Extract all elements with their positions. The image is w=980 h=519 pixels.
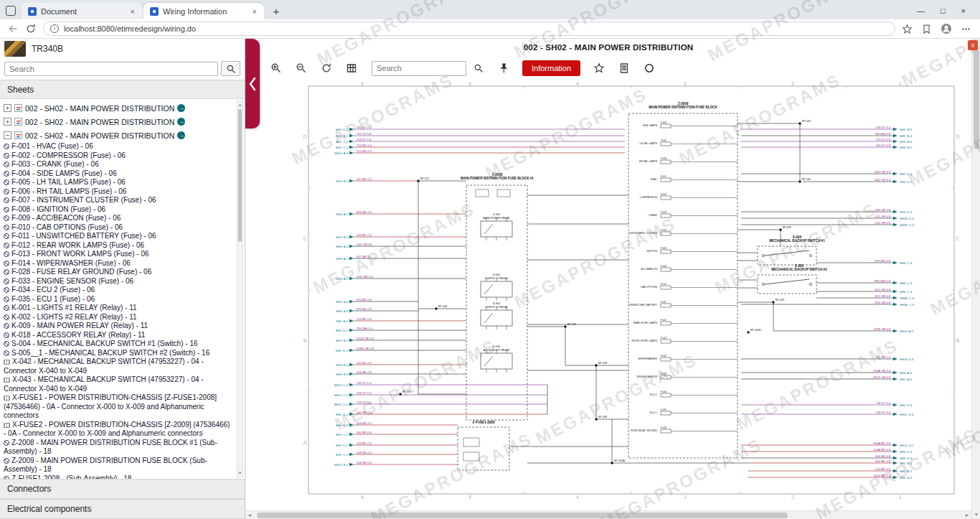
component-list-item[interactable]: F-006 - RH TAIL LAMPS (Fuse) - 06 — [4, 187, 233, 197]
component-list-item[interactable]: S-004 - MECHANICAL BACKUP SWITCH #1 (Swi… — [4, 340, 233, 349]
component-list-item[interactable]: K-002 - LIGHTS #2 RELAY (Relay) - 11 — [4, 313, 233, 322]
vertical-scroll-thumb[interactable] — [974, 49, 979, 149]
component-list-item[interactable]: K-001 - LIGHTS #1 RELAY (Relay) - 11 — [4, 304, 233, 313]
component-label[interactable]: X-FUSE1 - POWER DISTRIBUTION-CHASSIS [Z-… — [4, 393, 217, 419]
pin-button[interactable] — [494, 59, 513, 78]
component-label[interactable]: F-014 - WIPER/WASHER (Fuse) - 06 — [11, 259, 131, 267]
browser-tab[interactable]: Document × — [22, 3, 142, 19]
tab-close-icon[interactable]: × — [130, 7, 136, 16]
tree-scrollbar[interactable] — [237, 100, 243, 477]
component-list-item[interactable]: Z-2008 - MAIN POWER DISTRIBUTION FUSE BL… — [4, 439, 233, 457]
scroll-right-icon[interactable] — [963, 511, 971, 519]
component-list-item[interactable]: F-012 - REAR WORK LAMPS (Fuse) - 06 — [4, 241, 233, 251]
component-label[interactable]: X-042 - MECHANICAL BACKUP SWITCH (479532… — [4, 357, 204, 375]
expander-icon[interactable]: − — [4, 131, 11, 139]
component-label[interactable]: F-006 - RH TAIL LAMPS (Fuse) - 06 — [11, 187, 126, 195]
component-list-item[interactable]: F-001 - HVAC (Fuse) - 06 — [4, 142, 233, 151]
scroll-down-icon[interactable] — [972, 510, 980, 519]
component-label[interactable]: S-004 - MECHANICAL BACKUP SWITCH #1 (Swi… — [11, 340, 198, 347]
back-icon[interactable] — [7, 23, 19, 34]
component-list-item[interactable]: K-009 - MAIN POWER RELAY (Relay) - 11 — [4, 322, 233, 331]
component-label[interactable]: F-003 - CRANK (Fuse) - 06 — [11, 160, 99, 168]
scroll-left-icon[interactable] — [245, 511, 254, 519]
component-label[interactable]: F-009 - ACC/BEACON (Fuse) - 06 — [11, 214, 121, 222]
diagram-canvas[interactable]: 665544332211DDCCBBAASH2: D-1792 VT 2.0SH… — [245, 80, 971, 510]
component-label[interactable]: F-007 - INSTRUMENT CLUSTER (Fuse) - 06 — [11, 196, 156, 204]
reload-icon[interactable] — [25, 23, 37, 34]
vertical-scrollbar[interactable] — [971, 39, 980, 519]
component-list-item[interactable]: X-043 - MECHANICAL BACKUP SWITCH (479532… — [4, 375, 233, 393]
component-label[interactable]: K-018 - ACCESSORY RELAY (Relay) - 11 — [11, 331, 145, 339]
zoom-out-button[interactable] — [292, 59, 311, 78]
component-list-item[interactable]: Z-2009 - MAIN POWER DISTRIBUTION FUSE BL… — [4, 457, 233, 474]
sheet-row[interactable]: − 002 - SH02 - MAIN POWER DISTRIBUTION — [4, 128, 233, 142]
horizontal-scrollbar[interactable] — [245, 510, 971, 519]
bookmark-star-icon[interactable] — [902, 24, 913, 34]
component-label[interactable]: F-013 - FRONT WORK LAMPS (Fuse) - 06 — [11, 250, 149, 258]
favorite-star-button[interactable] — [590, 59, 608, 78]
component-label[interactable]: F-005 - LH TAIL LAMPS (Fuse) - 06 — [11, 178, 126, 186]
component-label[interactable]: F-008 - IGNITION (Fuse) - 06 — [11, 205, 105, 213]
component-list-item[interactable]: F-014 - WIPER/WASHER (Fuse) - 06 — [4, 259, 233, 268]
close-viewer-button[interactable]: x — [968, 40, 978, 50]
url-bar[interactable]: localhost:8080/etimredesign/wiring.do — [43, 22, 895, 36]
sheet-label[interactable]: 002 - SH02 - MAIN POWER DISTRIBUTION — [25, 104, 174, 113]
report-button[interactable] — [615, 59, 633, 78]
component-label[interactable]: F-001 - HVAC (Fuse) - 06 — [11, 142, 93, 150]
sidebar-collapse-handle[interactable] — [245, 39, 260, 128]
component-list-item[interactable]: F-004 - SIDE LAMPS (Fuse) - 06 — [4, 169, 233, 179]
component-list-item[interactable]: X-042 - MECHANICAL BACKUP SWITCH (479532… — [4, 357, 233, 375]
sheet-label[interactable]: 002 - SH02 - MAIN POWER DISTRIBUTION — [25, 131, 174, 140]
wiring-diagram[interactable]: 665544332211DDCCBBAASH2: D-1792 VT 2.0SH… — [260, 80, 963, 504]
component-label[interactable]: Z-2009 - MAIN POWER DISTRIBUTION FUSE BL… — [4, 457, 207, 474]
component-list-item[interactable]: K-018 - ACCESSORY RELAY (Relay) - 11 — [4, 331, 233, 340]
expander-icon[interactable]: + — [4, 104, 11, 112]
component-list-item[interactable]: F-009 - ACC/BEACON (Fuse) - 06 — [4, 214, 233, 223]
window-close-button[interactable]: × — [961, 6, 966, 15]
component-label[interactable]: Z-FUSE1-2008 - (Sub-Assembly) - 18 — [11, 474, 131, 480]
diagram-search-input[interactable] — [372, 61, 466, 76]
maximize-button[interactable]: □ — [941, 6, 946, 15]
sheet-label[interactable]: 002 - SH02 - MAIN POWER DISTRIBUTION — [25, 118, 174, 126]
sheet-row[interactable]: + 002 - SH02 - MAIN POWER DISTRIBUTION — [4, 101, 233, 115]
component-label[interactable]: F-011 - UNSWITCHED BATTERY (Fuse) - 06 — [11, 232, 156, 240]
minimize-button[interactable]: — — [917, 6, 925, 15]
component-list-item[interactable]: F-008 - IGNITION (Fuse) - 06 — [4, 205, 233, 215]
open-sheet-icon[interactable] — [177, 104, 185, 112]
open-sheet-icon[interactable] — [177, 118, 185, 126]
tree-scroll-thumb[interactable] — [238, 109, 242, 242]
component-label[interactable]: F-012 - REAR WORK LAMPS (Fuse) - 06 — [11, 241, 144, 249]
diagram-search-button[interactable] — [469, 59, 488, 78]
component-label[interactable]: F-028 - FUSE RELAY GROUND (Fuse) - 06 — [11, 268, 151, 276]
component-label[interactable]: F-010 - CAB OPTIONS (Fuse) - 06 — [11, 223, 123, 231]
component-label[interactable]: S-005__1 - MECHANICAL BACKUP SWITCH #2 (… — [11, 349, 209, 357]
component-label[interactable]: F-034 - ECU 2 (Fuse) - 06 — [11, 286, 95, 294]
tab-close-icon[interactable]: × — [252, 7, 258, 16]
tree-scroll-up-icon[interactable] — [237, 102, 242, 108]
component-list-item[interactable]: F-035 - ECU 1 (Fuse) - 06 — [4, 295, 233, 304]
component-list-item[interactable]: F-010 - CAB OPTIONS (Fuse) - 06 — [4, 223, 233, 233]
information-button[interactable]: Information — [522, 60, 580, 76]
component-list-item[interactable]: F-013 - FRONT WORK LAMPS (Fuse) - 06 — [4, 250, 233, 259]
component-label[interactable]: Z-2008 - MAIN POWER DISTRIBUTION FUSE BL… — [4, 439, 217, 456]
component-list-item[interactable]: Z-FUSE1-2008 - (Sub-Assembly) - 18 — [4, 474, 233, 480]
ring-button[interactable] — [640, 59, 659, 78]
zoom-in-button[interactable] — [267, 59, 286, 78]
collections-icon[interactable] — [921, 24, 932, 34]
site-info-icon[interactable] — [50, 24, 59, 33]
sidebar-search-button[interactable] — [221, 61, 240, 76]
component-list-item[interactable]: X-FUSE2 - POWER DISTRIBUTION-CHASSIS [Z-… — [4, 421, 233, 439]
browser-menu-icon[interactable] — [961, 24, 971, 34]
section-electrical-components[interactable]: Electrical components — [0, 499, 245, 519]
component-label[interactable]: X-FUSE2 - POWER DISTRIBUTION-CHASSIS [Z-… — [4, 421, 230, 438]
component-list-item[interactable]: F-003 - CRANK (Fuse) - 06 — [4, 160, 233, 169]
sheet-row[interactable]: + 002 - SH02 - MAIN POWER DISTRIBUTION — [4, 115, 233, 128]
component-label[interactable]: F-002 - COMPRESSOR (Fuse) - 06 — [11, 151, 126, 159]
profile-avatar[interactable] — [941, 23, 952, 34]
section-sheets[interactable]: Sheets — [0, 80, 245, 99]
grid-view-button[interactable] — [342, 59, 361, 78]
browser-tab[interactable]: Wiring Information × — [143, 3, 264, 19]
new-tab-button[interactable]: + — [268, 3, 284, 19]
rotate-button[interactable] — [317, 59, 336, 78]
section-connectors[interactable]: Connectors — [0, 479, 245, 499]
